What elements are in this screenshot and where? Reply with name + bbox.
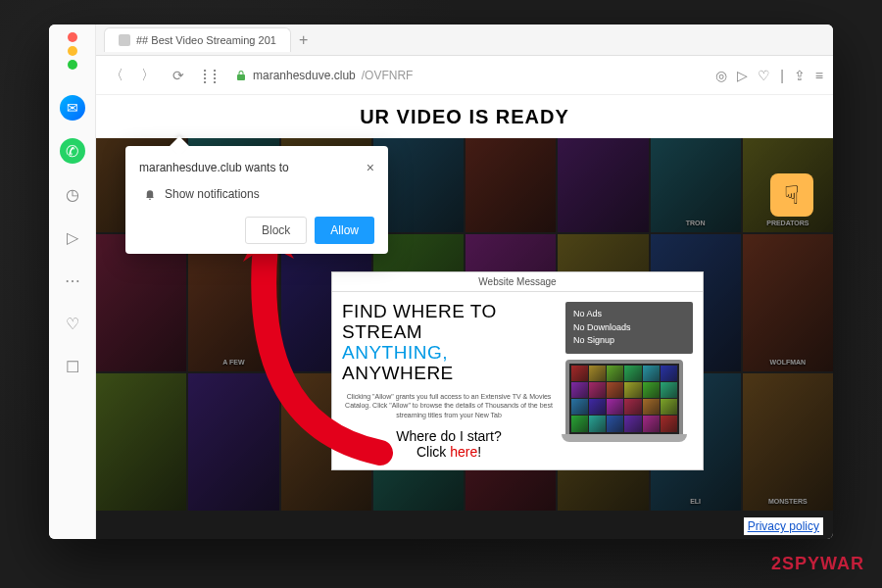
bookmark-icon[interactable]: ▷ (737, 68, 748, 83)
cta-prefix: Click (416, 444, 450, 460)
dialog-title: FIND WHERE TO STREAM ANYTHING, ANYWHERE (342, 302, 556, 384)
laptop-graphic (565, 360, 683, 438)
window-controls (68, 32, 77, 70)
page-viewport: UR VIDEO IS READY ☟ maranhesduve.club wa… (96, 95, 833, 539)
movie-poster (96, 373, 186, 511)
browser-main: ## Best Video Streaming 201 + 〈 〉 ⟳ ⡇⡇ m… (96, 24, 833, 539)
notification-text: Show notifications (165, 187, 260, 201)
movie-poster (96, 234, 186, 371)
history-icon[interactable]: ◷ (60, 181, 85, 207)
back-button[interactable]: 〈 (106, 63, 127, 88)
dialog-description: Clicking "Allow" grants you full access … (342, 392, 556, 420)
watermark-text: SPYWAR (782, 554, 864, 573)
block-button[interactable]: Block (245, 217, 307, 244)
movie-poster (743, 234, 833, 371)
badge-no-signup: No Signup (573, 334, 685, 348)
privacy-policy-link[interactable]: Privacy policy (744, 517, 823, 535)
cta-line-1: Where do I start? (396, 428, 501, 444)
badge-no-ads: No Ads (573, 308, 685, 321)
dialog-cta: Where do I start? Click here! (342, 428, 556, 460)
cta-here-link[interactable]: here (450, 444, 477, 460)
close-icon[interactable]: × (367, 160, 374, 175)
bell-icon (143, 187, 157, 201)
banner-text: UR VIDEO IS READY (360, 106, 569, 128)
dialog-header: Website Message (332, 272, 703, 292)
title-highlight: ANYTHING, (342, 342, 448, 363)
close-window-icon[interactable] (68, 32, 77, 42)
send-icon[interactable]: ▷ (60, 224, 85, 250)
browser-sidebar: ✉ ✆ ◷ ▷ ⋯ ♡ ☐ (49, 24, 96, 539)
snapshot-icon[interactable]: ◎ (715, 68, 727, 83)
reload-button[interactable]: ⟳ (169, 64, 188, 87)
cta-suffix: ! (477, 444, 481, 460)
movie-poster (188, 234, 278, 371)
active-tab[interactable]: ## Best Video Streaming 201 (104, 27, 291, 52)
minimize-window-icon[interactable] (68, 46, 77, 56)
maximize-window-icon[interactable] (68, 60, 77, 70)
badge-no-downloads: No Downloads (573, 321, 685, 335)
feature-badges: No Ads No Downloads No Signup (565, 302, 693, 354)
address-host: maranhesduve.club (253, 69, 356, 82)
toolbar: 〈 〉 ⟳ ⡇⡇ maranhesduve.club/OVFNRF ◎ ▷ ♡ … (96, 56, 833, 95)
toolbar-actions: ◎ ▷ ♡ | ⇪ ≡ (715, 68, 823, 83)
address-path: /OVFNRF (362, 69, 414, 82)
share-icon[interactable]: ⇪ (794, 68, 806, 83)
pointer-hand-icon: ☟ (770, 173, 813, 217)
messenger-icon[interactable]: ✉ (60, 95, 85, 121)
notification-origin: maranhesduve.club wants to (139, 161, 289, 174)
new-tab-button[interactable]: + (299, 31, 308, 49)
video-ready-banner: UR VIDEO IS READY (96, 95, 833, 138)
tab-bar: ## Best Video Streaming 201 + (96, 24, 833, 56)
website-message-dialog: Website Message FIND WHERE TO STREAM ANY… (331, 271, 704, 470)
address-bar[interactable]: maranhesduve.club/OVFNRF (235, 69, 706, 82)
lock-icon (235, 70, 247, 81)
menu-icon[interactable]: ≡ (815, 68, 823, 83)
watermark: 2SPYWAR (771, 554, 864, 574)
forward-button[interactable]: 〉 (137, 63, 159, 88)
camera-icon[interactable]: ☐ (60, 354, 85, 379)
movie-poster (188, 373, 278, 511)
favorite-icon[interactable]: ♡ (758, 68, 770, 83)
apps-button[interactable]: ⡇⡇ (198, 64, 225, 87)
whatsapp-icon[interactable]: ✆ (60, 138, 85, 164)
tab-title: ## Best Video Streaming 201 (136, 34, 276, 46)
allow-button[interactable]: Allow (315, 217, 374, 244)
divider-icon: | (780, 68, 784, 83)
heart-icon[interactable]: ♡ (60, 311, 85, 336)
notification-permission-popup: maranhesduve.club wants to × Show notifi… (125, 146, 388, 254)
title-line-2: ANYWHERE (342, 363, 454, 383)
browser-window: ✉ ✆ ◷ ▷ ⋯ ♡ ☐ ## Best Video Streaming 20… (49, 24, 833, 539)
title-line-1: FIND WHERE TO STREAM (342, 301, 497, 342)
separator-icon: ⋯ (60, 268, 85, 293)
movie-poster (743, 373, 833, 511)
tab-favicon-icon (119, 34, 130, 46)
